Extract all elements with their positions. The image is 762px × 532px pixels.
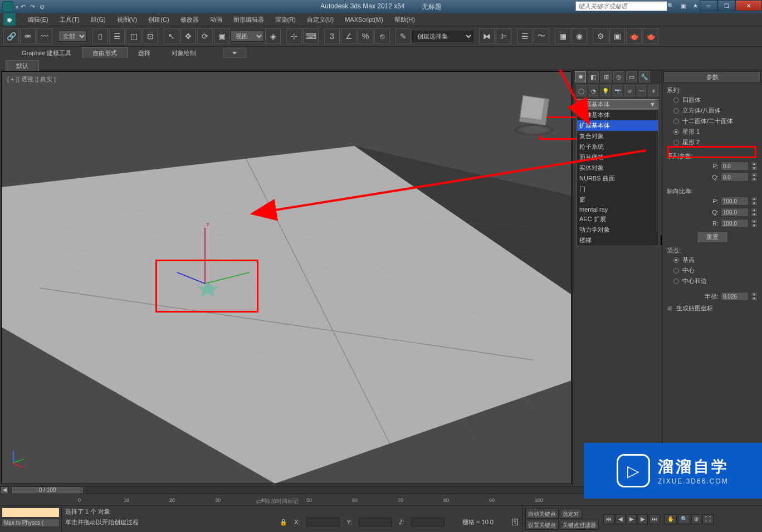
- pivot-icon[interactable]: ◈: [265, 28, 281, 44]
- radius-spinner[interactable]: [721, 292, 749, 301]
- select-icon[interactable]: ▯: [92, 28, 108, 44]
- sel-set-button[interactable]: 选定对: [560, 509, 582, 519]
- subscription-icon[interactable]: ▣: [678, 1, 687, 10]
- cameras-icon[interactable]: 📷: [613, 85, 623, 96]
- timetag-icon[interactable]: 🏷: [256, 499, 262, 505]
- menu-帮助(H)[interactable]: 帮助(H): [389, 15, 421, 24]
- ribbon-collapse-icon[interactable]: ⏷: [223, 48, 246, 58]
- percent-snap-icon[interactable]: %: [358, 28, 373, 44]
- axis-p-spinner[interactable]: [721, 197, 749, 206]
- x-coord-input[interactable]: [306, 518, 340, 526]
- rotate-icon[interactable]: ⟳: [197, 28, 213, 44]
- menu-自定义(U)[interactable]: 自定义(U): [301, 15, 339, 24]
- geometry-icon[interactable]: ◯: [577, 85, 587, 96]
- qat-undo[interactable]: ↶: [21, 3, 26, 11]
- dropdown-item[interactable]: AEC 扩展: [577, 214, 658, 224]
- vertex-radio[interactable]: [673, 257, 679, 263]
- menu-创建(C)[interactable]: 创建(C): [143, 15, 174, 24]
- named-selection-dropdown[interactable]: 创建选择集: [412, 31, 473, 42]
- named-sel-edit-icon[interactable]: ✎: [395, 28, 411, 44]
- script-button[interactable]: Max to Physcs (: [2, 519, 60, 527]
- angle-snap-icon[interactable]: ∠: [341, 28, 356, 44]
- key-icon[interactable]: ⚿: [511, 518, 519, 526]
- dropdown-item[interactable]: 动力学对象: [577, 224, 658, 235]
- family-radio[interactable]: [673, 129, 679, 135]
- vertex-radio[interactable]: [673, 279, 679, 284]
- maximize-button[interactable]: ☐: [717, 0, 735, 11]
- mirror-icon[interactable]: ⧓: [479, 28, 495, 44]
- dropdown-item[interactable]: 粒子系统: [577, 141, 658, 152]
- qat-link[interactable]: ⊘: [40, 3, 45, 11]
- curve-editor-icon[interactable]: 〜: [534, 28, 549, 44]
- family-radio[interactable]: [673, 97, 679, 103]
- params-header[interactable]: 参数: [663, 71, 761, 83]
- help-search-input[interactable]: [575, 1, 667, 11]
- scale-icon[interactable]: ▣: [214, 28, 229, 44]
- viewport-label[interactable]: [ + ][ 透视 ][ 真实 ]: [7, 75, 56, 84]
- menu-动画[interactable]: 动画: [204, 15, 228, 24]
- play-icon[interactable]: ▶: [627, 514, 637, 524]
- dropdown-item[interactable]: 门: [577, 184, 658, 194]
- bind-icon[interactable]: 〰: [37, 28, 52, 44]
- hierarchy-tab-icon[interactable]: ⊞: [600, 71, 612, 82]
- reset-button[interactable]: 重置: [697, 231, 728, 243]
- material-icon[interactable]: ◉: [572, 28, 587, 44]
- prev-frame-icon[interactable]: ◀: [616, 514, 626, 524]
- binoculars-icon[interactable]: 🔍: [666, 1, 675, 10]
- z-coord-input[interactable]: [411, 518, 444, 526]
- menu-编辑(E)[interactable]: 编辑(E): [22, 15, 54, 24]
- ref-coord-dropdown[interactable]: 视图: [231, 31, 264, 42]
- axis-q-spinner[interactable]: [721, 208, 749, 217]
- goto-end-icon[interactable]: ⏭: [649, 514, 660, 524]
- dropdown-item[interactable]: 标准基本体: [577, 110, 658, 120]
- minimize-button[interactable]: ─: [700, 0, 717, 11]
- unlink-icon[interactable]: ⚮: [20, 28, 36, 44]
- family-radio[interactable]: [673, 119, 679, 124]
- time-slider-handle[interactable]: 0 / 100: [11, 486, 84, 494]
- menu-修改器[interactable]: 修改器: [175, 15, 204, 24]
- ribbon-tab[interactable]: 对象绘制: [161, 47, 207, 58]
- keyfilter-button[interactable]: 关键点过滤器: [560, 520, 599, 530]
- viewport-perspective[interactable]: [ + ][ 透视 ][ 真实 ] z: [1, 71, 572, 484]
- dropdown-item[interactable]: 实体对象: [577, 163, 658, 173]
- spacewarps-icon[interactable]: 〰: [637, 85, 647, 96]
- timeline-prev-icon[interactable]: ◀: [0, 486, 9, 494]
- menu-MAXScript(M)[interactable]: MAXScript(M): [339, 15, 388, 24]
- ribbon-default-button[interactable]: 默认: [6, 60, 39, 72]
- y-coord-input[interactable]: [359, 518, 392, 526]
- render-prod-icon[interactable]: 🫖: [643, 28, 658, 44]
- align-icon[interactable]: ⊫: [496, 28, 511, 44]
- lights-icon[interactable]: 💡: [600, 85, 610, 96]
- schematic-icon[interactable]: ▦: [555, 28, 570, 44]
- add-time-tag[interactable]: 添加时间标记: [265, 497, 299, 505]
- dropdown-item[interactable]: mental ray: [577, 205, 658, 214]
- snap-3-icon[interactable]: 3: [324, 28, 340, 44]
- nav-max-icon[interactable]: ⛶: [702, 514, 714, 524]
- favorites-icon[interactable]: ★: [691, 1, 700, 10]
- next-frame-icon[interactable]: ▶: [638, 514, 648, 524]
- window-crossing-icon[interactable]: ⊡: [143, 28, 158, 44]
- menu-图形编辑器[interactable]: 图形编辑器: [228, 15, 270, 24]
- keyboard-icon[interactable]: ⌨: [303, 28, 319, 44]
- p-spinner[interactable]: [721, 162, 749, 170]
- dropdown-item[interactable]: 复合对象: [577, 131, 658, 141]
- goto-start-icon[interactable]: ⏮: [603, 514, 614, 524]
- gen-uv-checkbox[interactable]: ✓: [667, 305, 673, 311]
- nav-orbit-icon[interactable]: ⊕: [691, 514, 701, 524]
- application-menu-button[interactable]: ◉: [3, 13, 16, 26]
- move-icon[interactable]: ✥: [180, 28, 196, 44]
- menu-渲染(R)[interactable]: 渲染(R): [270, 15, 301, 24]
- utilities-tab-icon[interactable]: 🔧: [639, 71, 650, 82]
- select-name-icon[interactable]: ☰: [109, 28, 125, 44]
- helpers-icon[interactable]: ≋: [624, 85, 634, 96]
- qat-redo[interactable]: ↷: [30, 3, 35, 11]
- family-radio[interactable]: [673, 140, 679, 145]
- dropdown-item[interactable]: NURBS 曲面: [577, 173, 658, 184]
- q-spinner[interactable]: [721, 173, 749, 182]
- autokey-button[interactable]: 自动关键点: [525, 509, 559, 519]
- menu-视图(V)[interactable]: 视图(V): [111, 15, 143, 24]
- lock-icon[interactable]: 🔒: [280, 519, 287, 526]
- create-tab-icon[interactable]: ✸: [575, 71, 586, 82]
- selection-filter-dropdown[interactable]: 全部: [58, 31, 87, 42]
- manipulate-icon[interactable]: ⊹: [286, 28, 302, 44]
